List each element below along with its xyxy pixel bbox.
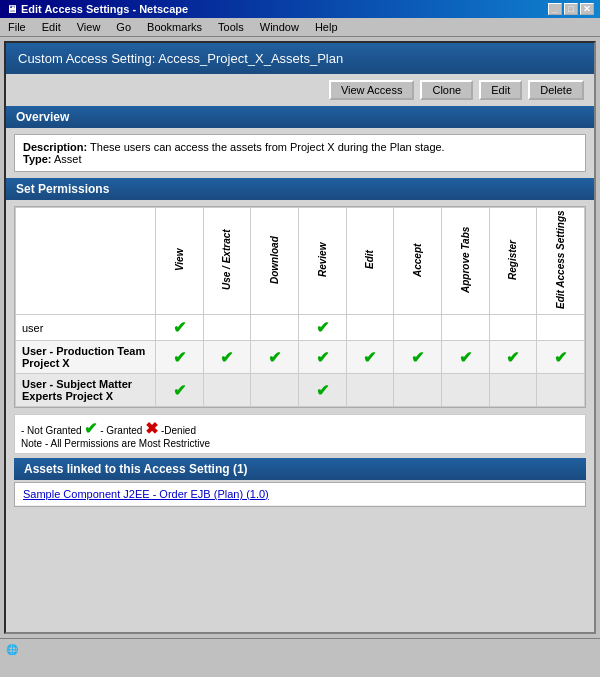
not-granted-label: - Not Granted <box>21 425 84 436</box>
col-edit: Edit <box>346 208 394 315</box>
header-prefix: Custom Access Setting: <box>18 51 158 66</box>
assets-section-header: Assets linked to this Access Setting (1) <box>14 458 586 480</box>
perm-cell-2-5 <box>394 374 442 407</box>
perm-cell-1-6: ✔ <box>441 341 489 374</box>
description-label: Description: <box>23 141 87 153</box>
check-icon: ✔ <box>506 349 519 366</box>
col-accept: Accept <box>394 208 442 315</box>
perm-cell-0-3: ✔ <box>298 315 346 341</box>
table-row: User - Subject Matter Experts Project X✔… <box>16 374 585 407</box>
title-bar: 🖥 Edit Access Settings - Netscape _ □ ✕ <box>0 0 600 18</box>
perm-cell-0-5 <box>394 315 442 341</box>
perm-cell-2-7 <box>489 374 537 407</box>
denied-icon: ✖ <box>145 420 158 437</box>
menu-item-view[interactable]: View <box>73 20 105 34</box>
delete-button[interactable]: Delete <box>528 80 584 100</box>
menu-item-window[interactable]: Window <box>256 20 303 34</box>
perm-cell-1-5: ✔ <box>394 341 442 374</box>
type-line: Type: Asset <box>23 153 577 165</box>
minimize-button[interactable]: _ <box>548 3 562 15</box>
perm-cell-1-2: ✔ <box>251 341 299 374</box>
perm-cell-1-0: ✔ <box>156 341 204 374</box>
col-register: Register <box>489 208 537 315</box>
granted-icon: ✔ <box>84 420 97 437</box>
perm-cell-0-4 <box>346 315 394 341</box>
col-edit-access-settings: Edit Access Settings <box>537 208 585 315</box>
col-review: Review <box>298 208 346 315</box>
assets-list: Sample Component J2EE - Order EJB (Plan)… <box>14 482 586 507</box>
permissions-container: View Use / Extract Download Review Edit … <box>14 206 586 408</box>
col-use-extract: Use / Extract <box>203 208 251 315</box>
check-icon: ✔ <box>173 319 186 336</box>
perm-cell-2-6 <box>441 374 489 407</box>
check-icon: ✔ <box>173 382 186 399</box>
perm-cell-0-8 <box>537 315 585 341</box>
window-icon: 🖥 <box>6 3 17 15</box>
check-icon: ✔ <box>316 382 329 399</box>
menu-item-tools[interactable]: Tools <box>214 20 248 34</box>
status-icon: 🌐 <box>6 644 18 655</box>
close-button[interactable]: ✕ <box>580 3 594 15</box>
check-icon: ✔ <box>268 349 281 366</box>
check-icon: ✔ <box>316 349 329 366</box>
check-icon: ✔ <box>459 349 472 366</box>
row-label-0: user <box>16 315 156 341</box>
clone-button[interactable]: Clone <box>420 80 473 100</box>
description-text: These users can access the assets from P… <box>90 141 445 153</box>
page-header: Custom Access Setting: Access_Project_X_… <box>6 43 594 74</box>
check-icon: ✔ <box>363 349 376 366</box>
col-approve-tabs: Approve Tabs <box>441 208 489 315</box>
row-label-2: User - Subject Matter Experts Project X <box>16 374 156 407</box>
menu-item-edit[interactable]: Edit <box>38 20 65 34</box>
perm-cell-2-4 <box>346 374 394 407</box>
legend-line1: - Not Granted ✔ - Granted ✖ -Denied <box>21 419 579 438</box>
menu-item-bookmarks[interactable]: Bookmarks <box>143 20 206 34</box>
permissions-section-header: Set Permissions <box>6 178 594 200</box>
overview-box: Description: These users can access the … <box>14 134 586 172</box>
col-download: Download <box>251 208 299 315</box>
row-label-1: User - Production Team Project X <box>16 341 156 374</box>
permissions-table: View Use / Extract Download Review Edit … <box>15 207 585 407</box>
check-icon: ✔ <box>220 349 233 366</box>
window-controls[interactable]: _ □ ✕ <box>548 3 594 15</box>
check-icon: ✔ <box>316 319 329 336</box>
access-setting-name: Access_Project_X_Assets_Plan <box>158 51 343 66</box>
menu-item-help[interactable]: Help <box>311 20 342 34</box>
perm-cell-2-1 <box>203 374 251 407</box>
menu-item-file[interactable]: File <box>4 20 30 34</box>
check-icon: ✔ <box>554 349 567 366</box>
check-icon: ✔ <box>411 349 424 366</box>
perm-cell-1-7: ✔ <box>489 341 537 374</box>
asset-item[interactable]: Sample Component J2EE - Order EJB (Plan)… <box>15 483 585 506</box>
perm-cell-1-1: ✔ <box>203 341 251 374</box>
perm-cell-1-3: ✔ <box>298 341 346 374</box>
window-title: Edit Access Settings - Netscape <box>21 3 188 15</box>
granted-label: - Granted <box>100 425 145 436</box>
perm-cell-2-0: ✔ <box>156 374 204 407</box>
maximize-button[interactable]: □ <box>564 3 578 15</box>
col-header-empty <box>16 208 156 315</box>
perm-cell-0-0: ✔ <box>156 315 204 341</box>
overview-section-header: Overview <box>6 106 594 128</box>
perm-cell-2-3: ✔ <box>298 374 346 407</box>
toolbar: View Access Clone Edit Delete <box>6 74 594 106</box>
legend-box: - Not Granted ✔ - Granted ✖ -Denied Note… <box>14 414 586 454</box>
perm-cell-1-4: ✔ <box>346 341 394 374</box>
perm-cell-2-2 <box>251 374 299 407</box>
perm-cell-0-7 <box>489 315 537 341</box>
check-icon: ✔ <box>173 349 186 366</box>
type-value: Asset <box>54 153 82 165</box>
view-access-button[interactable]: View Access <box>329 80 415 100</box>
status-bar: 🌐 <box>0 638 600 660</box>
edit-button[interactable]: Edit <box>479 80 522 100</box>
col-view: View <box>156 208 204 315</box>
denied-label: -Denied <box>161 425 196 436</box>
perm-cell-2-8 <box>537 374 585 407</box>
menu-item-go[interactable]: Go <box>112 20 135 34</box>
perm-cell-1-8: ✔ <box>537 341 585 374</box>
assets-section: Assets linked to this Access Setting (1)… <box>14 458 586 507</box>
table-row: User - Production Team Project X✔✔✔✔✔✔✔✔… <box>16 341 585 374</box>
description-line: Description: These users can access the … <box>23 141 577 153</box>
type-label: Type: <box>23 153 52 165</box>
content-area: Custom Access Setting: Access_Project_X_… <box>4 41 596 634</box>
